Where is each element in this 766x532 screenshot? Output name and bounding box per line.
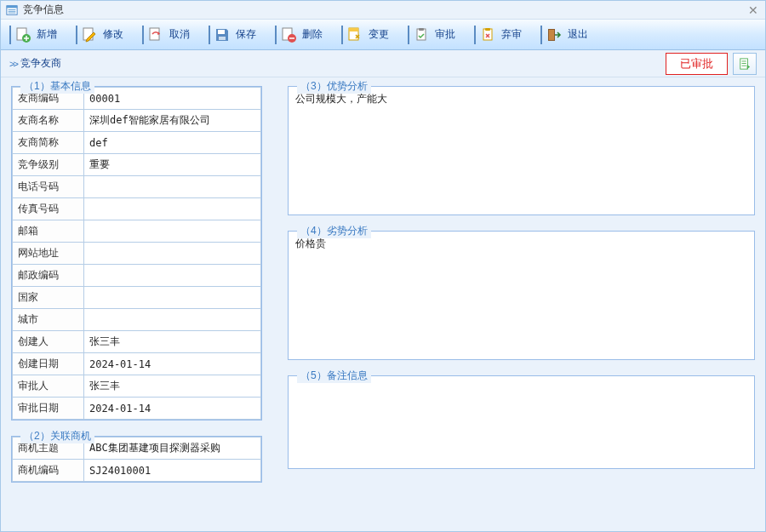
new-icon [14, 26, 31, 43]
approve-button[interactable]: 审批 [403, 21, 466, 49]
field-label: 创建人 [13, 331, 84, 353]
field-value[interactable] [84, 287, 261, 309]
field-label: 国家 [13, 287, 84, 309]
svg-rect-3 [9, 10, 16, 11]
table-row: 商机编码SJ24010001 [13, 460, 261, 482]
svg-rect-10 [219, 37, 226, 40]
table-row: 审批人张三丰 [13, 375, 261, 398]
edit-button[interactable]: 修改 [71, 21, 134, 49]
edit-icon [81, 26, 98, 43]
new-button[interactable]: 新增 [4, 21, 67, 49]
svg-rect-1 [7, 5, 17, 8]
field-value[interactable] [84, 265, 261, 287]
field-label: 创建日期 [13, 353, 84, 375]
field-label: 城市 [13, 309, 84, 331]
field-value[interactable]: 重要 [84, 154, 261, 176]
field-value[interactable] [84, 243, 261, 265]
section-title: （5）备注信息 [297, 369, 371, 383]
table-row: 竞争级别重要 [13, 154, 261, 176]
svg-rect-20 [549, 30, 554, 40]
remarks-text[interactable] [289, 376, 754, 468]
export-button[interactable] [733, 53, 757, 75]
section-title: （2）关联商机 [20, 429, 94, 443]
field-value[interactable]: 00001 [84, 88, 261, 110]
table-row: 友商简称def [13, 132, 261, 154]
field-label: 竞争级别 [13, 154, 84, 176]
field-label: 商机编码 [13, 460, 84, 482]
field-value[interactable] [84, 176, 261, 198]
content-area: （1）基本信息 友商编码00001友商名称深圳def智能家居有限公司友商简称de… [1, 77, 765, 531]
field-value[interactable]: 2024-01-14 [84, 353, 261, 375]
field-label: 友商简称 [13, 132, 84, 154]
delete-button[interactable]: 删除 [270, 21, 333, 49]
unapprove-icon [479, 26, 496, 43]
svg-rect-22 [742, 60, 746, 61]
export-icon [739, 58, 751, 70]
field-label: 审批人 [13, 375, 84, 398]
basic-info-section: （1）基本信息 友商编码00001友商名称深圳def智能家居有限公司友商简称de… [11, 86, 262, 420]
svg-rect-24 [742, 65, 746, 66]
field-value[interactable]: def [84, 132, 261, 154]
field-value[interactable] [84, 309, 261, 331]
close-icon[interactable]: ✕ [746, 3, 760, 17]
svg-rect-16 [419, 28, 424, 31]
weaknesses-text[interactable]: 价格贵 [289, 232, 754, 359]
cancel-icon [147, 26, 164, 43]
titlebar: 竞争信息 ✕ [1, 1, 765, 20]
table-row: 网站地址 [13, 243, 261, 265]
save-button[interactable]: 保存 [203, 21, 266, 49]
unapprove-button[interactable]: 弃审 [469, 21, 532, 49]
field-value[interactable]: 深圳def智能家居有限公司 [84, 110, 261, 132]
status-badge: 已审批 [666, 53, 728, 75]
section-title: （4）劣势分析 [297, 224, 371, 238]
field-label: 友商名称 [13, 110, 84, 132]
app-window: 竞争信息 ✕ 新增 修改 取消 保存 删除 变更 审批 弃审 退出 >> 竞争友… [0, 0, 766, 532]
field-label: 电话号码 [13, 176, 84, 198]
table-row: 邮箱 [13, 220, 261, 243]
table-row: 城市 [13, 309, 261, 331]
change-icon [346, 26, 363, 43]
basic-info-table: 友商编码00001友商名称深圳def智能家居有限公司友商简称def竞争级别重要电… [12, 87, 261, 420]
field-value[interactable]: 张三丰 [84, 375, 261, 398]
table-row: 创建人张三丰 [13, 331, 261, 353]
subheader: >> 竞争友商 已审批 [1, 50, 765, 77]
weaknesses-section: （4）劣势分析 价格贵 [288, 231, 755, 360]
svg-rect-23 [742, 63, 746, 64]
field-label: 传真号码 [13, 198, 84, 220]
field-value[interactable]: 2024-01-14 [84, 398, 261, 420]
table-row: 创建日期2024-01-14 [13, 353, 261, 375]
field-label: 邮政编码 [13, 265, 84, 287]
delete-icon [280, 26, 297, 43]
save-icon [214, 26, 231, 43]
toolbar: 新增 修改 取消 保存 删除 变更 审批 弃审 退出 [1, 20, 765, 50]
section-title: （1）基本信息 [20, 79, 94, 94]
table-row: 电话号码 [13, 176, 261, 198]
svg-rect-9 [218, 30, 225, 34]
field-label: 网站地址 [13, 243, 84, 265]
change-button[interactable]: 变更 [336, 21, 399, 49]
field-value[interactable] [84, 220, 261, 243]
exit-icon [546, 26, 563, 43]
field-value[interactable] [84, 198, 261, 220]
exit-button[interactable]: 退出 [535, 21, 598, 49]
section-title: （3）优势分析 [297, 79, 371, 94]
svg-rect-14 [349, 28, 358, 31]
cancel-button[interactable]: 取消 [137, 21, 200, 49]
field-value[interactable]: SJ24010001 [84, 460, 261, 482]
window-title: 竞争信息 [23, 3, 746, 17]
field-value[interactable]: ABC集团基建项目探测器采购 [84, 438, 261, 460]
table-row: 邮政编码 [13, 265, 261, 287]
table-row: 审批日期2024-01-14 [13, 398, 261, 420]
svg-rect-4 [9, 12, 16, 13]
svg-rect-18 [485, 28, 490, 31]
table-row: 国家 [13, 287, 261, 309]
svg-rect-2 [9, 9, 16, 10]
remarks-section: （5）备注信息 [288, 375, 755, 469]
table-row: 传真号码 [13, 198, 261, 220]
approve-icon [413, 26, 430, 43]
field-value[interactable]: 张三丰 [84, 331, 261, 353]
window-icon [6, 4, 18, 16]
related-opportunity-section: （2）关联商机 商机主题ABC集团基建项目探测器采购商机编码SJ24010001 [11, 436, 262, 483]
table-row: 友商名称深圳def智能家居有限公司 [13, 110, 261, 132]
strengths-text[interactable]: 公司规模大，产能大 [289, 87, 754, 215]
